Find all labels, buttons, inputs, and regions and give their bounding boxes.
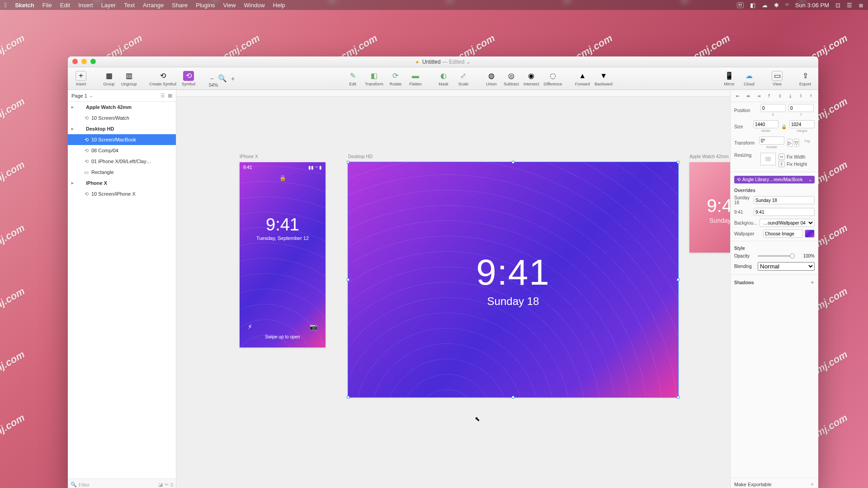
menu-plugins[interactable]: Plugins [196, 2, 215, 9]
resizing-constraints[interactable] [760, 153, 776, 165]
layer-row[interactable]: ⟲10 Screen/iPhone X [68, 188, 176, 199]
menu-file[interactable]: File [42, 2, 52, 9]
flip-vertical-icon[interactable]: ▽ [794, 139, 799, 147]
ungroup-tool[interactable]: ▥Ungroup [121, 71, 137, 86]
scale-tool[interactable]: ⤢Scale [456, 71, 471, 86]
add-export-button[interactable]: ＋ [810, 481, 815, 488]
create-symbol-tool[interactable]: ⟲Create Symbol [150, 71, 177, 86]
size-lock-icon[interactable]: 🔒 [781, 124, 787, 129]
edit-tool[interactable]: ✎Edit [345, 71, 360, 86]
filter-count-icon[interactable]: 0 [170, 482, 173, 488]
menu-share[interactable]: Share [172, 2, 188, 9]
align-top-icon[interactable]: ⤒ [765, 93, 773, 99]
size-height-input[interactable] [789, 120, 815, 128]
selection-handle[interactable] [512, 161, 514, 164]
subtract-tool[interactable]: ◎Subtract [504, 71, 519, 86]
layer-row[interactable]: ▸Desktop HD [68, 123, 176, 134]
menu-text[interactable]: Text [124, 2, 135, 9]
selection-handle[interactable] [347, 396, 349, 399]
mask-tool[interactable]: ◐Mask [436, 71, 451, 86]
layer-row[interactable]: ▸Apple Watch 42mm [68, 102, 176, 113]
insert-tool[interactable]: ＋ Insert [73, 71, 89, 86]
export-tool[interactable]: ⇪Export [797, 71, 813, 86]
selection-handle[interactable] [677, 278, 679, 281]
menu-help[interactable]: Help [273, 2, 285, 9]
fix-height-toggle[interactable]: ⇕ [778, 161, 785, 167]
distribute-h-icon[interactable]: ⫴ [797, 93, 804, 99]
artboard-apple-watch[interactable]: Apple Watch 42mm 9:41 Sunday 18 [689, 162, 730, 253]
filter-toggle-icon[interactable]: ◪ [158, 482, 163, 488]
blending-select[interactable]: Normal [758, 262, 815, 271]
artboard-label[interactable]: Desktop HD [348, 154, 373, 159]
layer-row[interactable]: ⟲08 Comp/04 [68, 145, 176, 156]
title-dropdown-icon[interactable]: ⌄ [466, 59, 471, 65]
group-tool[interactable]: ▦Group [101, 71, 117, 86]
make-exportable-row[interactable]: Make Exportable ＋ [731, 478, 818, 488]
cloud-tool[interactable]: ☁︎Cloud [741, 71, 757, 86]
menubar-icon-b[interactable]: ✱ [774, 2, 779, 9]
rotate-input[interactable] [759, 136, 784, 145]
menubar-app[interactable]: Sketch [15, 2, 34, 9]
align-vcenter-icon[interactable]: ⇳ [776, 93, 783, 99]
align-bottom-icon[interactable]: ⤓ [787, 93, 794, 99]
menu-window[interactable]: Window [244, 2, 265, 9]
align-left-icon[interactable]: ⇤ [734, 93, 741, 99]
mirror-tool[interactable]: 📱Mirror [722, 71, 737, 86]
align-right-icon[interactable]: ⇥ [755, 93, 762, 99]
artboard-desktop-hd[interactable]: Desktop HD 9:41 Sunday 18 [348, 162, 678, 397]
choose-image-button[interactable]: Choose Image [763, 230, 803, 238]
layer-row[interactable]: ⟲01 iPhone X/09/Left/Clay… [68, 156, 176, 167]
override-background-select[interactable]: …ound/Wallpaper 04 [760, 219, 815, 227]
intersect-tool[interactable]: ◉Intersect [524, 71, 539, 86]
spotlight-icon[interactable]: ⊡ [835, 2, 840, 9]
zoom-out-button[interactable]: − [209, 75, 215, 82]
menu-arrange[interactable]: Arrange [143, 2, 164, 9]
pages-list-icon[interactable]: ☰ [160, 93, 165, 99]
zoom-in-button[interactable]: + [230, 75, 236, 82]
canvas[interactable]: iPhone X 9:41▮▮ ⌔ ▮ 🔒 9:41 Tuesday, Sept… [176, 90, 730, 488]
override-time-input[interactable] [754, 208, 815, 216]
difference-tool[interactable]: ◌Difference [543, 71, 562, 86]
menu-insert[interactable]: Insert [78, 2, 93, 9]
artboard-iphone-x[interactable]: iPhone X 9:41▮▮ ⌔ ▮ 🔒 9:41 Tuesday, Sept… [240, 162, 326, 347]
layer-filter-input[interactable] [79, 482, 156, 488]
position-x-input[interactable] [760, 104, 786, 112]
wallpaper-swatch[interactable] [805, 230, 815, 238]
pages-grid-icon[interactable]: ▦ [168, 93, 172, 99]
menu-edit[interactable]: Edit [60, 2, 70, 9]
artboard-label[interactable]: iPhone X [240, 154, 258, 159]
menubar-clock[interactable]: Sun 3:06 PM [795, 2, 829, 9]
apple-menu[interactable]:  [5, 1, 7, 9]
symbol-tool[interactable]: ⟲Symbol [181, 71, 196, 86]
selection-handle[interactable] [677, 161, 679, 164]
control-center-icon[interactable]: ☰ [847, 2, 852, 9]
size-width-input[interactable] [753, 120, 778, 128]
flip-horizontal-icon[interactable]: ▷ [787, 139, 793, 147]
menu-view[interactable]: View [223, 2, 236, 9]
rotate-tool[interactable]: ⟳Rotate [388, 71, 403, 86]
window-zoom-button[interactable] [90, 59, 96, 64]
page-selector[interactable]: Page 1 ⌄ ☰ ▦ [68, 90, 176, 102]
override-sunday-input[interactable] [754, 196, 815, 204]
layer-row[interactable]: ▭Rectangle [68, 167, 176, 178]
position-y-input[interactable] [788, 104, 814, 112]
backward-tool[interactable]: ▼Backward [594, 71, 613, 86]
transform-tool[interactable]: ◧Transform [365, 71, 383, 86]
menubar-user-badge[interactable]: H [737, 2, 744, 8]
selection-handle[interactable] [347, 161, 349, 164]
flatten-tool[interactable]: ▬Flatten [408, 71, 423, 86]
artboard-label[interactable]: Apple Watch 42mm [689, 154, 729, 159]
filter-slice-icon[interactable]: ✂︎ [165, 482, 169, 488]
window-minimize-button[interactable] [81, 59, 87, 64]
layer-row[interactable]: ⟲10 Screen/Watch [68, 113, 176, 123]
wifi-icon[interactable]: ⌔ [785, 2, 789, 9]
opacity-slider[interactable] [758, 255, 795, 257]
layer-row[interactable]: ⟲10 Screen/MacBook [68, 134, 176, 145]
window-close-button[interactable] [72, 59, 78, 64]
selection-handle[interactable] [347, 278, 349, 281]
align-hcenter-icon[interactable]: ⇹ [745, 93, 752, 99]
distribute-v-icon[interactable]: ⫲ [807, 93, 815, 99]
add-shadow-button[interactable]: ＋ [810, 279, 815, 286]
selection-handle[interactable] [677, 396, 679, 399]
layer-row[interactable]: ▸iPhone X [68, 178, 176, 188]
